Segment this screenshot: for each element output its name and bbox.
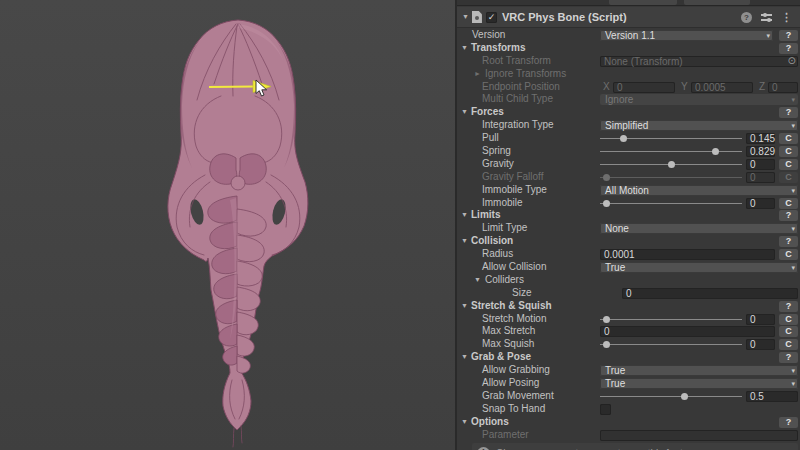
foldout-icon[interactable]: ▼ [461,209,468,222]
row-max-squish: Max Squish0C [457,338,800,351]
max-stretch-field[interactable]: 0 [600,326,775,337]
component-title: VRC Phys Bone (Script) [502,11,627,23]
endpoint-position-x-label: X [603,81,610,94]
stretch-motion-slider-thumb[interactable] [603,316,610,323]
immobile-slider[interactable] [600,203,742,204]
foldout-icon[interactable]: ▼ [474,274,481,287]
pull-curve-button[interactable]: C [779,133,798,144]
foldout-icon[interactable]: ▼ [461,42,468,55]
spring-curve-button[interactable]: C [779,146,798,157]
max-stretch-label: Max Stretch [482,325,535,338]
immobile-type-dropdown[interactable]: All Motion▾ [600,185,798,196]
row-gravity-falloff: Gravity Falloff0C [457,171,800,184]
max-squish-slider[interactable] [600,344,742,345]
pull-slider-thumb[interactable] [620,135,627,142]
endpoint-position-x-field[interactable]: 0 [613,82,675,93]
info-icon: ! [477,447,490,450]
pull-value-field[interactable]: 0.145 [746,133,775,144]
version-dropdown[interactable]: Version 1.1▾ [600,30,773,41]
collision-help-button[interactable]: ? [779,236,798,247]
snap-to-hand-label: Snap To Hand [482,403,545,416]
colliders-label: Colliders [485,274,524,287]
gravity-falloff-slider-thumb[interactable] [603,174,610,181]
presets-icon[interactable] [761,13,772,22]
radius-curve-button[interactable]: C [779,249,798,260]
endpoint-position-y-label: Y [681,81,688,94]
limits-label: Limits [471,209,500,222]
foldout-icon[interactable]: ▼ [461,300,468,313]
stretch-motion-value-field[interactable]: 0 [746,314,775,325]
max-stretch-curve-button[interactable]: C [779,326,798,337]
allow-collision-dropdown[interactable]: True▾ [600,262,798,273]
limits-help-button[interactable]: ? [779,210,798,221]
gravity-falloff-value-field[interactable]: 0 [746,172,775,183]
row-colliders: ▼Colliders [457,274,800,287]
version-help-button[interactable]: ? [779,30,798,41]
gravity-slider-thumb[interactable] [668,161,675,168]
foldout-icon[interactable]: ▼ [461,235,468,248]
foldout-icon[interactable]: ▼ [461,351,468,364]
row-forces: ▼Forces? [457,106,800,119]
version-label: Version [472,29,505,42]
spring-label: Spring [482,145,511,158]
immobile-value-field[interactable]: 0 [746,198,775,209]
transforms-help-button[interactable]: ? [779,43,798,54]
endpoint-position-y-field[interactable]: 0.0005 [691,82,753,93]
scene-viewport[interactable] [0,0,455,450]
gravity-curve-button[interactable]: C [779,159,798,170]
max-squish-curve-button[interactable]: C [779,339,798,350]
row-collision: ▼Collision? [457,235,800,248]
limit-type-dropdown[interactable]: None▾ [600,223,798,234]
max-squish-value-field[interactable]: 0 [746,339,775,350]
spring-value-field[interactable]: 0.829 [746,146,775,157]
multi-child-type-dropdown[interactable]: Ignore▾ [600,94,798,105]
component-foldout-icon[interactable]: ▼ [462,11,469,24]
foldout-icon[interactable]: ▼ [461,106,468,119]
grab-movement-slider-thumb[interactable] [681,393,688,400]
inspector-panel: ▼ ✓ VRC Phys Bone (Script) ? ⋮ VersionVe… [455,0,800,450]
stretch-motion-curve-button[interactable]: C [779,314,798,325]
options-help-button[interactable]: ? [779,417,798,428]
row-parameter: Parameter [457,429,800,442]
grab-pose-help-button[interactable]: ? [779,352,798,363]
max-squish-slider-thumb[interactable] [603,341,610,348]
size-field[interactable]: 0 [622,288,798,299]
component-enabled-checkbox[interactable]: ✓ [486,12,497,23]
foldout-icon[interactable]: ▼ [461,416,468,429]
row-multi-child-type: Multi Child TypeIgnore▾ [457,93,800,106]
allow-posing-dropdown[interactable]: True▾ [600,378,798,389]
spring-slider-thumb[interactable] [712,148,719,155]
foldout-icon[interactable]: ► [474,68,481,81]
chevron-down-icon: ▾ [791,223,795,234]
forces-help-button[interactable]: ? [779,107,798,118]
immobile-slider-thumb[interactable] [603,200,610,207]
spring-slider[interactable] [600,151,742,152]
row-allow-collision: Allow CollisionTrue▾ [457,261,800,274]
row-allow-grabbing: Allow GrabbingTrue▾ [457,364,800,377]
grab-movement-slider[interactable] [600,396,742,397]
chevron-down-icon: ▾ [791,378,795,389]
chevron-down-icon: ▾ [791,262,795,273]
grab-movement-value-field[interactable]: 0.5 [746,391,798,402]
gravity-value-field[interactable]: 0 [746,159,775,170]
unity-editor: ▼ ✓ VRC Phys Bone (Script) ? ⋮ VersionVe… [0,0,800,450]
component-menu-icon[interactable]: ⋮ [781,12,792,23]
root-transform-object-field[interactable]: None (Transform)⊙ [600,56,798,67]
allow-grabbing-dropdown[interactable]: True▾ [600,365,798,376]
object-picker-icon[interactable]: ⊙ [788,55,796,66]
endpoint-position-z-field[interactable]: 0 [768,82,798,93]
radius-field[interactable]: 0.0001 [600,249,775,260]
snap-to-hand-checkbox[interactable] [600,404,611,415]
integration-type-dropdown[interactable]: Simplified▾ [600,120,798,131]
previous-component-bottom [457,0,800,6]
endpoint-position-z-label: Z [759,81,765,94]
component-help-icon[interactable]: ? [741,12,752,23]
stretch-motion-slider[interactable] [600,319,742,320]
gravity-falloff-slider[interactable] [600,177,742,178]
immobile-curve-button[interactable]: C [779,198,798,209]
parameter-field[interactable] [600,430,798,441]
gravity-falloff-curve-button[interactable]: C [779,172,798,183]
stretch-squish-help-button[interactable]: ? [779,301,798,312]
component-header[interactable]: ▼ ✓ VRC Phys Bone (Script) ? ⋮ [457,7,800,28]
previous-component-button-remnant [609,0,677,5]
